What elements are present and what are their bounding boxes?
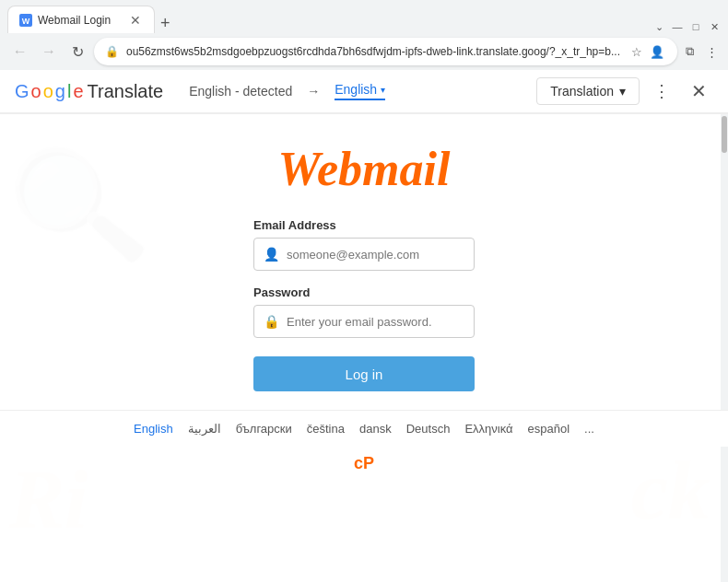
tab-title: Webmail Login <box>38 14 123 27</box>
target-language-label: English <box>335 82 377 97</box>
google-translate-logo: Google Translate <box>15 81 163 102</box>
browser-main: 🔍 ck Ri Webmail Email Address 👤 Password <box>0 114 728 582</box>
menu-dots-icon[interactable]: ⋮ <box>703 42 722 61</box>
password-label: Password <box>253 285 475 299</box>
login-button[interactable]: Log in <box>253 356 475 391</box>
chevron-down-icon[interactable]: ⌄ <box>652 20 665 33</box>
login-form-container: Webmail Email Address 👤 Password 🔒 Lo <box>0 114 728 410</box>
language-item[interactable]: čeština <box>307 422 345 436</box>
url-text: ou56zmst6ws5b2msdgoebpzuogst6rcdhda7bh6s… <box>126 45 620 58</box>
logo-o2: o <box>43 81 53 102</box>
tab-close-button[interactable]: ✕ <box>128 13 143 28</box>
refresh-button[interactable]: ↻ <box>65 39 90 64</box>
language-item[interactable]: español <box>528 422 570 436</box>
password-input[interactable] <box>287 315 464 329</box>
svg-text:W: W <box>22 17 30 26</box>
cpanel-logo: cP <box>354 454 374 473</box>
gt-actions: Translation ▾ ⋮ ✕ <box>536 76 713 106</box>
page-content: 🔍 ck Ri Webmail Email Address 👤 Password <box>0 114 728 582</box>
active-tab[interactable]: W Webmail Login ✕ <box>7 6 155 33</box>
forward-button[interactable]: → <box>36 39 61 64</box>
language-item[interactable]: English <box>134 422 173 436</box>
logo-g: G <box>15 81 29 102</box>
close-button[interactable]: ✕ <box>708 20 721 33</box>
logo-g2: g <box>55 81 65 102</box>
tab-bar: W Webmail Login ✕ + ⌄ — □ ✕ <box>0 0 728 33</box>
language-item[interactable]: العربية <box>188 422 221 436</box>
translation-chevron-icon: ▾ <box>619 84 626 99</box>
google-translate-toolbar: Google Translate English - detected → En… <box>0 70 728 114</box>
address-bar-row: ← → ↻ 🔒 ou56zmst6ws5b2msdgoebpzuogst6rcd… <box>0 33 728 70</box>
close-translate-button[interactable]: ✕ <box>684 76 713 106</box>
language-item[interactable]: Deutsch <box>406 422 451 436</box>
lock-field-icon: 🔒 <box>264 314 279 329</box>
email-label: Email Address <box>253 218 475 232</box>
email-form-group: Email Address 👤 <box>253 218 475 271</box>
logo-o1: o <box>31 81 41 102</box>
logo-e: e <box>73 81 83 102</box>
maximize-button[interactable]: □ <box>689 20 702 33</box>
password-input-wrapper: 🔒 <box>253 305 475 338</box>
cpanel-footer: cP <box>0 447 728 481</box>
address-icons: ☆ 👤 <box>628 42 666 61</box>
language-chevron-icon: ▾ <box>381 85 385 95</box>
language-item[interactable]: български <box>236 422 292 436</box>
new-tab-button[interactable]: + <box>155 14 176 33</box>
tab-favicon: W <box>19 14 32 27</box>
language-item[interactable]: Ελληνικά <box>464 422 512 436</box>
language-item[interactable]: ... <box>584 422 594 436</box>
target-language[interactable]: English ▾ <box>335 82 385 100</box>
language-bar: EnglishالعربيةбългарскиčeštinadanskDeuts… <box>0 410 728 447</box>
window-controls: ⌄ — □ ✕ <box>652 20 721 33</box>
translation-button[interactable]: Translation ▾ <box>536 77 640 105</box>
language-arrow: → <box>307 84 320 99</box>
password-form-group: Password 🔒 <box>253 285 475 338</box>
email-input-wrapper: 👤 <box>253 238 475 271</box>
minimize-button[interactable]: — <box>671 20 684 33</box>
address-bar[interactable]: 🔒 ou56zmst6ws5b2msdgoebpzuogst6rcdhda7bh… <box>94 38 677 65</box>
lock-icon: 🔒 <box>105 45 119 58</box>
user-icon: 👤 <box>264 247 279 262</box>
bookmark-icon[interactable]: ☆ <box>628 42 646 61</box>
back-button[interactable]: ← <box>7 39 32 64</box>
extensions-icon[interactable]: ⧉ <box>681 42 699 61</box>
source-language: English - detected <box>189 84 292 99</box>
translation-label: Translation <box>550 84 614 99</box>
language-item[interactable]: dansk <box>359 422 392 436</box>
translate-text: Translate <box>88 81 164 102</box>
profile-icon[interactable]: 👤 <box>648 42 666 61</box>
webmail-logo: Webmail <box>278 142 451 196</box>
more-options-button[interactable]: ⋮ <box>647 76 676 106</box>
email-input[interactable] <box>287 248 464 262</box>
browser-chrome: W Webmail Login ✕ + ⌄ — □ ✕ ← → ↻ 🔒 ou56… <box>0 0 728 582</box>
logo-l: l <box>67 81 71 102</box>
